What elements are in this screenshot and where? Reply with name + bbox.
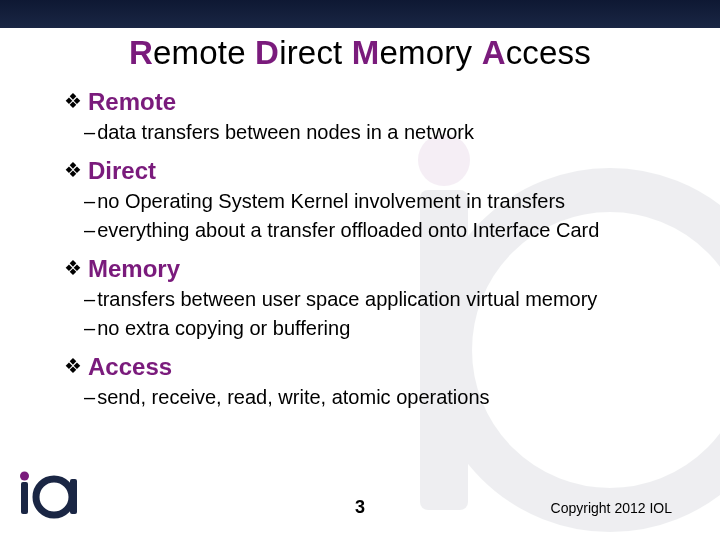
title-initial-3: M [352,34,380,71]
title-rest-3: emory [380,34,473,71]
title-initial-1: R [129,34,153,71]
subbullet: send, receive, read, write, atomic opera… [84,383,674,412]
title-rest-1: emote [153,34,246,71]
top-bar [0,0,720,28]
title-rest-4: ccess [506,34,591,71]
slide: Remote Direct Memory Access Remote data … [0,0,720,540]
copyright-text: Copyright 2012 IOL [551,500,672,516]
footer: 3 Copyright 2012 IOL [0,482,720,522]
subbullet: no Operating System Kernel involvement i… [84,187,674,216]
slide-body: Remote data transfers between nodes in a… [64,88,674,412]
title-initial-2: D [255,34,279,71]
subbullet: data transfers between nodes in a networ… [84,118,674,147]
bullet-access: Access [64,353,674,381]
subbullet: transfers between user space application… [84,285,674,314]
bullet-direct: Direct [64,157,674,185]
title-initial-4: A [482,34,506,71]
subbullet: everything about a transfer offloaded on… [84,216,674,245]
title-rest-2: irect [279,34,342,71]
bullet-remote: Remote [64,88,674,116]
bullet-memory: Memory [64,255,674,283]
subbullet: no extra copying or buffering [84,314,674,343]
slide-title: Remote Direct Memory Access [0,34,720,72]
svg-point-5 [20,472,29,481]
